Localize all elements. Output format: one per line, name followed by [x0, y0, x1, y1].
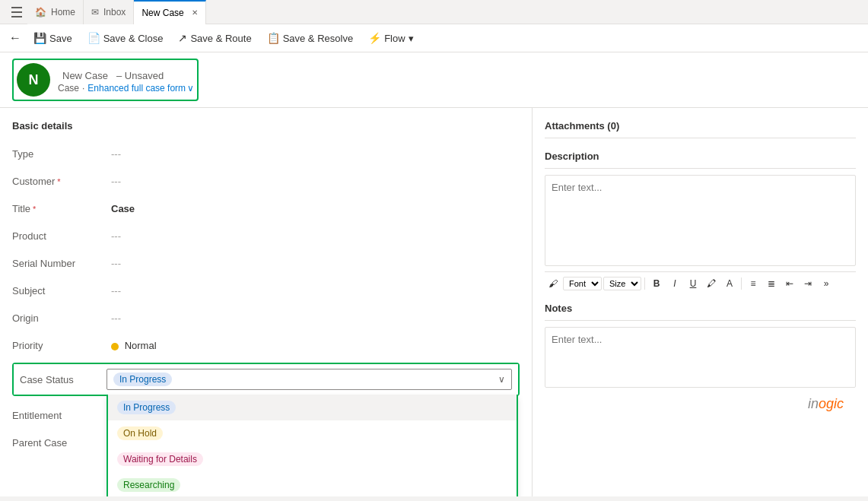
- tab-inbox-label: Inbox: [103, 7, 126, 17]
- waitingfordetails-badge: Waiting for Details: [117, 452, 203, 466]
- tab-home[interactable]: 🏠 Home: [27, 0, 84, 24]
- back-button[interactable]: ←: [6, 29, 24, 47]
- field-case-status: Case Status In Progress ∨ In Progress On…: [12, 363, 520, 396]
- toolbar: ← 💾 Save 📄 Save & Close ↗ Save & Route 📋…: [0, 24, 868, 52]
- flow-label: Flow: [384, 33, 405, 44]
- title-value[interactable]: Case: [111, 200, 520, 214]
- main-content: Basic details Type --- Customer * --- Ti…: [0, 108, 868, 496]
- case-type-label: Case: [58, 83, 79, 94]
- flow-chevron-icon: ▾: [409, 33, 414, 44]
- subject-label: Subject: [12, 282, 111, 296]
- flow-button[interactable]: ⚡ Flow ▾: [362, 29, 419, 47]
- priority-value[interactable]: Normal: [111, 337, 520, 351]
- save-button[interactable]: 💾 Save: [27, 29, 78, 47]
- unsaved-label: – Unsaved: [116, 70, 164, 81]
- rte-indent-more-button[interactable]: ⇥: [800, 277, 816, 290]
- serial-number-value[interactable]: ---: [111, 255, 520, 269]
- save-label: Save: [49, 33, 72, 44]
- origin-value[interactable]: ---: [111, 309, 520, 324]
- title-text: New Case: [62, 70, 108, 81]
- field-priority: Priority Normal: [0, 332, 532, 360]
- inprogress-badge: In Progress: [117, 401, 176, 414]
- right-panel: Attachments (0) Description 🖌 Font Size …: [533, 108, 868, 496]
- description-section: Description 🖌 Font Size B I U 🖍 A ≡ ≣: [545, 151, 856, 290]
- form-selector[interactable]: Enhanced full case form ∨: [87, 83, 194, 94]
- rte-divider-1: [644, 277, 645, 290]
- tab-newcase[interactable]: New Case ✕: [134, 0, 205, 24]
- rte-size-select[interactable]: Size: [603, 277, 641, 290]
- product-value[interactable]: ---: [111, 227, 520, 242]
- tab-inbox[interactable]: ✉ Inbox: [84, 0, 134, 24]
- field-origin: Origin ---: [0, 305, 532, 332]
- avatar-letter: N: [29, 72, 39, 88]
- case-status-dropdown[interactable]: In Progress ∨: [107, 369, 512, 390]
- field-product: Product ---: [0, 223, 532, 250]
- field-serial-number: Serial Number ---: [0, 250, 532, 277]
- serial-number-label: Serial Number: [12, 255, 111, 269]
- hamburger-icon[interactable]: [6, 2, 27, 23]
- record-title: New Case – Unsaved: [58, 67, 194, 83]
- dropdown-chevron-icon: ∨: [498, 374, 505, 385]
- priority-dot-icon: [111, 343, 119, 350]
- header-info: New Case – Unsaved Case · Enhanced full …: [58, 67, 194, 94]
- dropdown-item-onhold[interactable]: On Hold: [108, 420, 517, 446]
- researching-badge: Researching: [117, 478, 180, 492]
- rte-indent-less-button[interactable]: ⇤: [781, 277, 798, 290]
- rte-font-select[interactable]: Font: [563, 277, 602, 290]
- attachments-section-title: Attachments (0): [545, 120, 856, 138]
- save-icon: 💾: [33, 32, 46, 44]
- rte-color-button[interactable]: A: [721, 277, 738, 290]
- rte-brush-icon[interactable]: 🖌: [545, 277, 561, 290]
- rte-underline-button[interactable]: U: [685, 277, 701, 290]
- dropdown-item-researching[interactable]: Researching: [108, 472, 517, 496]
- rte-bold-button[interactable]: B: [648, 277, 665, 290]
- save-resolve-icon: 📋: [267, 32, 280, 44]
- hamburger-area: [6, 2, 27, 23]
- save-resolve-label: Save & Resolve: [283, 33, 354, 44]
- header-highlight: N New Case – Unsaved Case · Enhanced ful…: [12, 59, 199, 101]
- save-close-icon: 📄: [87, 32, 100, 44]
- description-rte-toolbar: 🖌 Font Size B I U 🖍 A ≡ ≣ ⇤ ⇥ »: [545, 271, 856, 290]
- tab-home-label: Home: [51, 7, 75, 17]
- save-route-button[interactable]: ↗ Save & Route: [172, 29, 257, 47]
- case-status-menu: In Progress On Hold Waiting for Details …: [107, 395, 518, 496]
- description-section-title: Description: [545, 151, 856, 169]
- inbox-icon: ✉: [91, 7, 99, 17]
- save-resolve-button[interactable]: 📋 Save & Resolve: [261, 29, 360, 47]
- save-close-button[interactable]: 📄 Save & Close: [81, 29, 170, 47]
- form-name: Enhanced full case form: [87, 83, 186, 94]
- customer-label: Customer *: [12, 173, 111, 187]
- subject-value[interactable]: ---: [111, 282, 520, 296]
- customer-value[interactable]: ---: [111, 173, 520, 187]
- notes-section-title: Notes: [545, 303, 856, 321]
- field-subject: Subject ---: [0, 277, 532, 305]
- save-route-label: Save & Route: [190, 33, 251, 44]
- subtitle-dot: ·: [82, 83, 84, 94]
- rte-list-button[interactable]: ≣: [763, 277, 780, 290]
- tab-bar: 🏠 Home ✉ Inbox New Case ✕: [0, 0, 868, 24]
- dropdown-item-waitingfordetails[interactable]: Waiting for Details: [108, 446, 517, 472]
- case-status-label: Case Status: [20, 374, 107, 385]
- avatar: N: [17, 63, 50, 97]
- onhold-badge: On Hold: [117, 426, 163, 440]
- description-textarea[interactable]: [545, 175, 856, 266]
- dropdown-item-inprogress[interactable]: In Progress: [108, 395, 517, 420]
- record-subtitle: Case · Enhanced full case form ∨: [58, 83, 194, 94]
- notes-textarea[interactable]: [545, 327, 856, 388]
- tabs: 🏠 Home ✉ Inbox New Case ✕: [27, 0, 862, 24]
- priority-text: Normal: [125, 340, 157, 351]
- field-title: Title * Case: [0, 195, 532, 223]
- rte-more-button[interactable]: »: [818, 277, 835, 290]
- rte-align-button[interactable]: ≡: [745, 277, 761, 290]
- flow-icon: ⚡: [368, 32, 381, 44]
- rte-highlight-button[interactable]: 🖍: [703, 277, 720, 290]
- type-value[interactable]: ---: [111, 145, 520, 160]
- record-header: N New Case – Unsaved Case · Enhanced ful…: [0, 52, 868, 108]
- tab-close-icon[interactable]: ✕: [192, 8, 198, 17]
- field-type: Type ---: [0, 141, 532, 168]
- origin-label: Origin: [12, 309, 111, 324]
- rte-italic-button[interactable]: I: [666, 277, 683, 290]
- rte-divider-2: [741, 277, 742, 290]
- tab-newcase-label: New Case: [141, 8, 183, 18]
- form-chevron-icon: ∨: [187, 83, 194, 94]
